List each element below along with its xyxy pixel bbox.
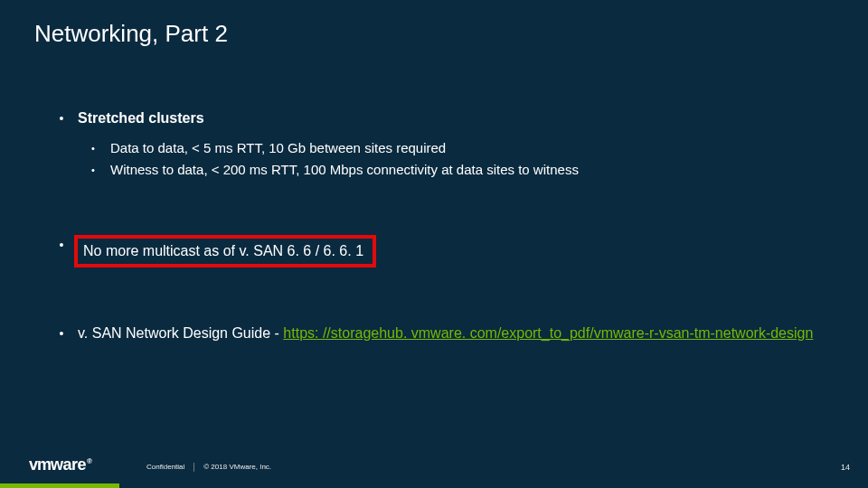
bullet-dot: • <box>54 235 69 255</box>
footer-confidential: Confidential <box>146 463 184 471</box>
vmware-logo: vmware® <box>29 455 91 474</box>
footer-text: Confidential │ © 2018 VMware, Inc. <box>146 463 271 471</box>
bullet-design-guide: • v. SAN Network Design Guide - https: /… <box>54 324 832 343</box>
content-area: • Stretched clusters • Data to data, < 5… <box>54 108 832 354</box>
slide-title: Networking, Part 2 <box>34 20 228 48</box>
page-number: 14 <box>841 463 850 472</box>
bullet-dot: • <box>54 324 69 343</box>
guide-prefix: v. SAN Network Design Guide - <box>78 325 283 341</box>
design-guide-link[interactable]: https: //storagehub. vmware. com/export_… <box>283 325 813 341</box>
sub-bullet-data-to-data: • Data to data, < 5 ms RTT, 10 Gb betwee… <box>87 139 832 157</box>
footer-copyright: © 2018 VMware, Inc. <box>203 463 271 471</box>
sub-bullets: • Data to data, < 5 ms RTT, 10 Gb betwee… <box>87 139 832 179</box>
highlight-box: No more multicast as of v. SAN 6. 6 / 6.… <box>74 235 376 267</box>
bullet-text: v. SAN Network Design Guide - https: //s… <box>69 324 813 343</box>
slide: Networking, Part 2 • Stretched clusters … <box>0 0 868 488</box>
sub-bullet-text: Witness to data, < 200 ms RTT, 100 Mbps … <box>99 161 579 179</box>
footer-separator: │ <box>192 463 196 471</box>
bullet-dot: • <box>87 161 99 179</box>
sub-bullet-text: Data to data, < 5 ms RTT, 10 Gb between … <box>99 139 446 157</box>
bullet-text: Stretched clusters <box>69 108 204 128</box>
bullet-text: No more multicast as of v. SAN 6. 6 / 6.… <box>83 243 363 258</box>
bullet-dot: • <box>87 139 99 157</box>
footer: vmware® Confidential │ © 2018 VMware, In… <box>0 439 868 488</box>
bullet-no-multicast: • No more multicast as of v. SAN 6. 6 / … <box>54 235 832 267</box>
footer-accent-bar <box>0 483 119 488</box>
sub-bullet-witness-to-data: • Witness to data, < 200 ms RTT, 100 Mbp… <box>87 161 832 179</box>
bullet-stretched-clusters: • Stretched clusters <box>54 108 832 128</box>
bullet-dot: • <box>54 108 69 128</box>
